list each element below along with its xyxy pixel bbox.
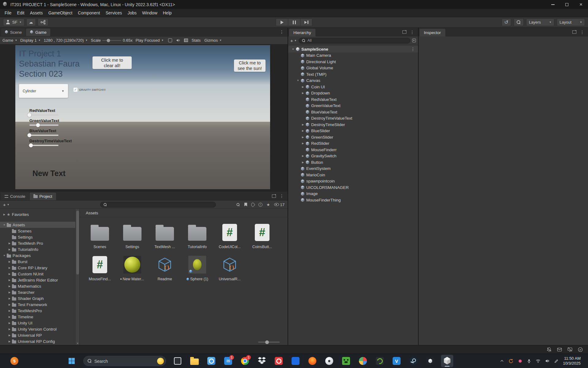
expand-arrow[interactable]: ▶: [7, 322, 12, 324]
scale-slider-track[interactable]: [102, 40, 121, 41]
expand-arrow[interactable]: ▼: [2, 224, 7, 226]
hierarchy-item-redvaluetext[interactable]: RedValueText: [288, 96, 418, 103]
menu-jobs[interactable]: Jobs: [125, 9, 139, 17]
panel-menu-icon[interactable]: ⋮: [580, 30, 584, 35]
hierarchy-item-destroytimeslider[interactable]: ▶DestroyTimeSlider: [288, 121, 418, 128]
expand-arrow[interactable]: ▶: [7, 297, 12, 300]
expand-arrow[interactable]: ▼: [291, 48, 296, 51]
expand-arrow[interactable]: ▶: [300, 136, 305, 139]
expand-arrow[interactable]: ▶: [7, 242, 12, 245]
slider-track[interactable]: [29, 125, 58, 126]
tray-sync-icon[interactable]: [508, 358, 514, 364]
version-control-button[interactable]: [38, 18, 48, 26]
asset-textmesh[interactable]: TextMesh ...: [149, 222, 181, 249]
hierarchy-item-button[interactable]: ▶Button: [288, 159, 418, 166]
project-tree-item-textmeshpro[interactable]: ▶TextMeshPro: [0, 308, 75, 314]
taskbar-app-steam[interactable]: [407, 355, 420, 367]
label-tag-icon[interactable]: [251, 203, 254, 206]
scale-slider[interactable]: Scale 0.65x: [91, 38, 132, 43]
expand-arrow[interactable]: ▶: [7, 316, 12, 318]
hierarchy-item-blueslider[interactable]: ▶BlueSlider: [288, 128, 418, 134]
expand-arrow[interactable]: ▶: [7, 260, 12, 263]
tab-scene[interactable]: Scene: [1, 29, 25, 36]
project-tree-item-settings[interactable]: Settings: [0, 234, 75, 240]
taskbar-app-file-explorer[interactable]: [188, 355, 201, 367]
minimize-button[interactable]: [546, 0, 560, 9]
pick-object-icon[interactable]: [412, 39, 416, 42]
hierarchy-item-canvas[interactable]: ▼Canvas: [288, 78, 418, 84]
expand-arrow[interactable]: ▶: [7, 273, 12, 275]
taskbar-app-chrome[interactable]: 1: [239, 355, 251, 367]
pause-button[interactable]: [288, 18, 300, 26]
taskbar-app-acrobat[interactable]: [273, 355, 285, 367]
expand-arrow[interactable]: ▶: [7, 328, 12, 331]
layout-dropdown[interactable]: Layout ▼: [557, 18, 585, 26]
bookmark-icon[interactable]: [244, 203, 247, 206]
hierarchy-item-spawnpointcoin[interactable]: spawnpointcoin: [288, 178, 418, 185]
hierarchy-item-global-volume[interactable]: Global Volume: [288, 65, 418, 71]
panel-menu-icon[interactable]: ⋮: [410, 30, 414, 35]
asset-settings[interactable]: Settings: [116, 222, 148, 249]
slider-handle[interactable]: [28, 133, 32, 137]
scrollbar-down-arrow[interactable]: ▼: [77, 342, 79, 344]
project-tree-item-timeline[interactable]: ▶Timeline: [0, 314, 75, 320]
messages-icon[interactable]: [557, 347, 562, 352]
hierarchy-item-greenvaluetext[interactable]: GreenValueText: [288, 103, 418, 109]
start-button[interactable]: [68, 357, 75, 365]
expand-arrow[interactable]: ▶: [7, 266, 12, 269]
expand-arrow[interactable]: ▶: [2, 213, 7, 216]
dock-options-icon[interactable]: [402, 30, 406, 34]
hierarchy-item-mousefinderr[interactable]: MouseFinderr: [288, 147, 418, 153]
panel-menu-icon[interactable]: ⋮: [280, 194, 284, 198]
tab-hierarchy[interactable]: Hierarchy: [289, 29, 315, 36]
hierarchy-item-greenslider[interactable]: ▶GreenSlider: [288, 134, 418, 140]
vsync-grid-icon[interactable]: [184, 39, 188, 42]
hierarchy-item-samplescene[interactable]: ▼SampleScene⋮: [288, 46, 418, 52]
hierarchy-item-bluevaluetext[interactable]: BlueValueText: [288, 109, 418, 115]
panel-menu-icon[interactable]: ⋮: [280, 29, 284, 34]
tab-inspector[interactable]: Inspector: [420, 29, 445, 36]
scene-options-icon[interactable]: ⋮: [411, 47, 415, 52]
tasks-complete-icon[interactable]: [578, 347, 583, 352]
hierarchy-item-image[interactable]: Image: [288, 191, 418, 197]
project-tree-item-packages[interactable]: ▼Packages: [0, 252, 75, 259]
expand-arrow[interactable]: ▶: [7, 334, 12, 337]
asset-coinsbutt[interactable]: #CoinsButt...: [246, 222, 278, 249]
tray-wifi-icon[interactable]: [536, 358, 541, 363]
hierarchy-item-destroytimevaluetext[interactable]: DestroyTimeValueText: [288, 115, 418, 122]
expand-arrow[interactable]: ▶: [300, 161, 305, 164]
menu-assets[interactable]: Assets: [27, 9, 46, 17]
taskbar-app-notepad[interactable]: [172, 355, 184, 367]
tray-pen-icon[interactable]: [554, 359, 559, 363]
resolution-dropdown[interactable]: 1280 , 720 (1280x720)▼: [44, 38, 88, 43]
slider-handle[interactable]: [29, 144, 33, 148]
taskbar-app-bluestacks[interactable]: [289, 355, 302, 367]
expand-arrow[interactable]: ▶: [7, 291, 12, 294]
capture-icon[interactable]: [168, 38, 172, 42]
hierarchy-item-main-camera[interactable]: Main Camera: [288, 52, 418, 59]
step-button[interactable]: [300, 18, 312, 26]
tray-color-dot-icon[interactable]: [518, 359, 522, 363]
expand-arrow[interactable]: ▶: [7, 340, 12, 343]
hierarchy-item-uicolorsmanager[interactable]: UICOLORSMANAGER: [288, 184, 418, 191]
menu-help[interactable]: Help: [160, 9, 175, 17]
tray-microphone-icon[interactable]: [527, 359, 531, 363]
account-dropdown[interactable]: SF ▼: [3, 18, 24, 26]
asset-universalr[interactable]: { }UniversalR...: [214, 254, 246, 281]
asset-new-mater[interactable]: New Mater...: [116, 254, 148, 281]
dock-options-icon[interactable]: [572, 30, 576, 34]
menu-component[interactable]: Component: [75, 9, 103, 17]
project-tree-scrollbar[interactable]: ▼: [75, 209, 79, 345]
tray-chevron-up-icon[interactable]: [500, 359, 504, 363]
see-sun-button[interactable]: Click me to see the sun!: [234, 59, 266, 72]
cloud-button[interactable]: ☁: [26, 18, 36, 26]
slider-handle[interactable]: [28, 113, 32, 117]
taskbar-app-mail[interactable]: ✉1: [222, 355, 234, 367]
expand-arrow[interactable]: ▶: [300, 123, 305, 126]
asset-scenes[interactable]: Scenes: [84, 222, 116, 249]
taskbar-app-vscode[interactable]: V: [390, 355, 403, 367]
expand-arrow[interactable]: ▶: [300, 129, 305, 132]
hierarchy-item-coin-ui[interactable]: ▶Coin UI: [288, 84, 418, 90]
project-tree-item-unity-ui[interactable]: ▶Unity UI: [0, 320, 75, 326]
layers-dropdown[interactable]: Layers ▼: [526, 18, 554, 26]
